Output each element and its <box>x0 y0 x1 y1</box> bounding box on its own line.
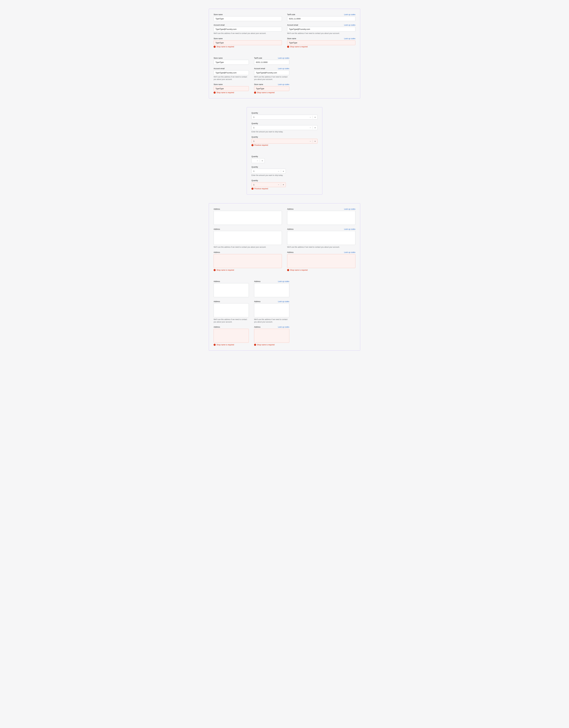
label-address: Address <box>214 208 220 210</box>
link-lookup-codes[interactable]: Look up codes <box>344 38 355 40</box>
plus-icon[interactable]: + <box>313 139 317 143</box>
label-address: Address <box>254 301 260 303</box>
textarea-address-error[interactable] <box>214 329 249 343</box>
link-lookup-codes[interactable]: Look up codes <box>278 57 289 59</box>
link-lookup-codes[interactable]: Look up codes <box>278 280 289 282</box>
input-store-name[interactable] <box>214 16 282 21</box>
label-address: Address <box>287 228 294 230</box>
input-store-name-error[interactable] <box>214 86 249 91</box>
input-account-email[interactable] <box>214 27 282 32</box>
error-shop-name: Shop name is required <box>254 92 289 94</box>
textarea-address[interactable] <box>214 231 282 245</box>
plus-icon[interactable]: + <box>260 158 265 163</box>
input-tariff-code[interactable] <box>287 16 355 21</box>
textarea-address[interactable] <box>214 283 249 297</box>
label-address: Address <box>214 326 220 328</box>
error-shop-name: Shop name is required <box>287 46 355 48</box>
input-account-email[interactable] <box>287 27 355 32</box>
help-address: We'll use this address if we need to con… <box>287 246 355 248</box>
label-address: Address <box>287 208 294 210</box>
section-quantity-fields: Quantity − + Quantity − + <box>247 107 322 195</box>
quantity-input[interactable] <box>252 182 276 187</box>
label-store-name: Store name <box>214 83 223 85</box>
textarea-address[interactable] <box>287 211 355 225</box>
help-account-email: We'll use this address if we need to con… <box>214 76 249 81</box>
textarea-address-error[interactable] <box>214 254 282 268</box>
plus-icon[interactable]: + <box>313 115 317 119</box>
quantity-input[interactable] <box>252 139 308 143</box>
help-account-email: We'll use this address if we need to con… <box>214 32 282 35</box>
label-quantity: Quantity <box>251 156 258 158</box>
label-store-name: Store name <box>214 38 223 40</box>
textarea-address[interactable] <box>287 231 355 245</box>
plus-icon[interactable]: + <box>281 182 286 187</box>
link-lookup-codes[interactable]: Look up codes <box>344 14 355 16</box>
input-store-name-error[interactable] <box>287 40 355 45</box>
textarea-address[interactable] <box>214 303 249 317</box>
quantity-input[interactable] <box>252 158 255 163</box>
error-shop-name: Shop name is required <box>287 269 355 271</box>
label-tariff-code: Tariff code <box>287 14 295 16</box>
link-lookup-codes[interactable]: Look up codes <box>344 251 355 253</box>
quantity-stepper-medium[interactable]: − + <box>251 169 286 174</box>
input-account-email[interactable] <box>214 70 249 75</box>
minus-icon[interactable]: − <box>308 115 313 119</box>
help-account-email: We'll use this address if we need to con… <box>287 32 355 35</box>
link-lookup-codes[interactable]: Look up codes <box>278 301 289 303</box>
help-address: We'll use this address if we need to con… <box>254 318 289 323</box>
label-quantity: Quantity <box>251 136 258 138</box>
textarea-address[interactable] <box>254 283 289 297</box>
label-address: Address <box>214 228 220 230</box>
input-store-name-error[interactable] <box>254 86 289 91</box>
quantity-stepper[interactable]: − + <box>251 115 318 120</box>
minus-icon[interactable]: − <box>255 158 260 163</box>
input-tariff-code[interactable] <box>254 60 289 65</box>
minus-icon[interactable]: − <box>308 139 313 143</box>
section-text-fields: Store name Tariff code Look up codes Acc… <box>209 9 360 98</box>
label-store-name: Store name <box>214 57 223 59</box>
quantity-stepper-compact[interactable]: − + <box>251 158 265 163</box>
quantity-input[interactable] <box>252 125 308 130</box>
input-store-name[interactable] <box>214 60 249 65</box>
error-shop-name: Shop name is required <box>254 344 289 346</box>
label-address: Address <box>254 280 260 282</box>
label-account-email: Account email <box>254 68 265 70</box>
label-store-name: Store name <box>287 38 296 40</box>
plus-icon[interactable]: + <box>313 125 317 130</box>
textarea-address-error[interactable] <box>287 254 355 268</box>
label-account-email: Account email <box>214 68 225 70</box>
error-shop-name: Shop name is required <box>214 344 249 346</box>
label-address: Address <box>214 280 220 282</box>
textarea-address[interactable] <box>254 303 289 317</box>
quantity-stepper[interactable]: − + <box>251 125 318 130</box>
textarea-address[interactable] <box>214 211 282 225</box>
quantity-stepper-error[interactable]: − + <box>251 139 318 144</box>
textarea-address-error[interactable] <box>254 329 289 343</box>
label-address: Address <box>214 251 220 253</box>
quantity-input[interactable] <box>252 115 308 119</box>
minus-icon[interactable]: − <box>276 182 281 187</box>
label-address: Address <box>214 301 220 303</box>
help-address: We'll use this address if we need to con… <box>214 318 249 323</box>
label-quantity: Quantity <box>251 112 258 114</box>
link-lookup-codes[interactable]: Look up codes <box>278 326 289 328</box>
link-lookup-codes[interactable]: Look up codes <box>344 24 355 26</box>
input-store-name-error[interactable] <box>214 40 282 45</box>
input-account-email[interactable] <box>254 70 289 75</box>
quantity-input[interactable] <box>252 169 276 173</box>
link-lookup-codes[interactable]: Look up codes <box>344 208 355 210</box>
section-textarea-fields: Address Address Look up codes Address We… <box>209 203 360 351</box>
minus-icon[interactable]: − <box>308 125 313 130</box>
minus-icon[interactable]: − <box>276 169 281 173</box>
error-province: Province required <box>251 144 318 146</box>
link-lookup-codes[interactable]: Look up codes <box>278 83 289 85</box>
quantity-stepper-medium-error[interactable]: − + <box>251 182 286 187</box>
label-tariff-code: Tariff code <box>254 57 262 59</box>
help-quantity: Enter the amount you want to ship today. <box>251 131 318 133</box>
link-lookup-codes[interactable]: Look up codes <box>344 228 355 230</box>
plus-icon[interactable]: + <box>281 169 286 173</box>
label-store-name: Store name <box>214 14 223 16</box>
link-lookup-codes[interactable]: Look up codes <box>278 68 289 70</box>
label-quantity: Quantity <box>251 180 258 182</box>
label-account-email: Account email <box>287 24 298 26</box>
